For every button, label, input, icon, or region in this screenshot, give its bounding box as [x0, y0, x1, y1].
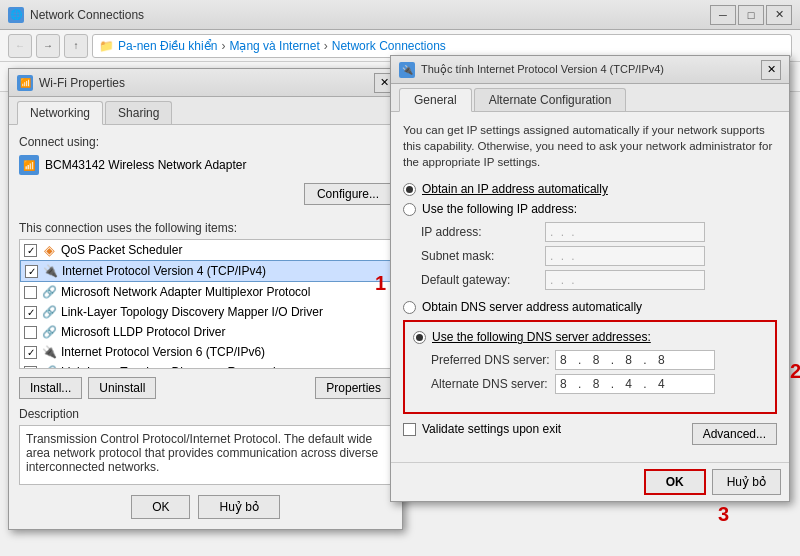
- ip-address-label: IP address:: [421, 225, 541, 239]
- checkbox-ipv4[interactable]: [25, 265, 38, 278]
- ipv6-icon: 🔌: [41, 344, 57, 360]
- ipv4-icon: 🔌: [42, 263, 58, 279]
- annotation-2: 2: [790, 360, 800, 383]
- ipv4-ok-cancel-row: OK Huỷ bỏ: [391, 462, 789, 501]
- checkbox-topology-mapper[interactable]: [24, 306, 37, 319]
- list-item[interactable]: 🔗 Link-Layer Topology Discovery Mapper I…: [20, 302, 391, 322]
- items-list: ◈ QoS Packet Scheduler 🔌 Internet Protoc…: [19, 239, 392, 369]
- main-window: 🌐 Network Connections ─ □ ✕ ← → ↑ 📁 Pa-n…: [0, 0, 800, 556]
- list-item[interactable]: 🔗 Microsoft Network Adapter Multiplexor …: [20, 282, 391, 302]
- ipv4-cancel-button[interactable]: Huỷ bỏ: [712, 469, 781, 495]
- back-button[interactable]: ←: [8, 34, 32, 58]
- validate-checkbox[interactable]: [403, 423, 416, 436]
- wifi-dialog-icon: 📶: [17, 75, 33, 91]
- configure-button[interactable]: Configure...: [304, 183, 392, 205]
- topology-mapper-label: Link-Layer Topology Discovery Mapper I/O…: [61, 305, 323, 319]
- list-item[interactable]: 🔌 Internet Protocol Version 6 (TCP/IPv6): [20, 342, 391, 362]
- ipv4-label: Internet Protocol Version 4 (TCP/IPv4): [62, 264, 266, 278]
- ipv4-dialog-icon: 🔌: [399, 62, 415, 78]
- description-text: Transmission Control Protocol/Internet P…: [19, 425, 392, 485]
- ipv4-ok-button[interactable]: OK: [644, 469, 706, 495]
- auto-ip-radio[interactable]: [403, 183, 416, 196]
- alternate-dns-input[interactable]: 8 . 8 . 4 . 4: [555, 374, 715, 394]
- validate-row: Validate settings upon exit: [403, 422, 561, 436]
- up-button[interactable]: ↑: [64, 34, 88, 58]
- close-button[interactable]: ✕: [766, 5, 792, 25]
- install-button[interactable]: Install...: [19, 377, 82, 399]
- wifi-dialog-title-bar: 📶 Wi-Fi Properties ✕: [9, 69, 402, 97]
- window-title: Network Connections: [30, 8, 710, 22]
- lldp-label: Microsoft LLDP Protocol Driver: [61, 325, 226, 339]
- breadcrumb-part3[interactable]: Network Connections: [332, 39, 446, 53]
- topology-responder-icon: 🔗: [41, 364, 57, 369]
- subnet-mask-input[interactable]: . . .: [545, 246, 705, 266]
- dns-fields: Preferred DNS server: 8 . 8 . 8 . 8 Alte…: [431, 350, 767, 394]
- ipv4-tabs: General Alternate Configuration: [391, 84, 789, 112]
- preferred-dns-input[interactable]: 8 . 8 . 8 . 8: [555, 350, 715, 370]
- minimize-button[interactable]: ─: [710, 5, 736, 25]
- ip-fields: IP address: . . . Subnet mask: . . . Def…: [421, 222, 777, 290]
- checkbox-qos[interactable]: [24, 244, 37, 257]
- install-row: Install... Uninstall Properties: [19, 377, 392, 399]
- default-gateway-input[interactable]: . . .: [545, 270, 705, 290]
- ip-address-input[interactable]: . . .: [545, 222, 705, 242]
- advanced-button[interactable]: Advanced...: [692, 423, 777, 445]
- wifi-dialog-content: Connect using: 📶 BCM43142 Wireless Netwo…: [9, 125, 402, 529]
- checkbox-ipv6[interactable]: [24, 346, 37, 359]
- connect-using-label: Connect using:: [19, 135, 392, 149]
- manual-ip-row: Use the following IP address:: [403, 202, 777, 216]
- list-item[interactable]: 🔗 Link-Layer Topology Discovery Responde…: [20, 362, 391, 369]
- manual-dns-row: Use the following DNS server addresses:: [413, 330, 767, 344]
- breadcrumb: 📁 Pa-nen Điều khiển › Mạng và Internet ›…: [92, 34, 792, 58]
- validate-label: Validate settings upon exit: [422, 422, 561, 436]
- maximize-button[interactable]: □: [738, 5, 764, 25]
- breadcrumb-part1[interactable]: Pa-nen Điều khiển: [118, 39, 217, 53]
- auto-ip-label[interactable]: Obtain an IP address automatically: [422, 182, 608, 196]
- auto-ip-row: Obtain an IP address automatically: [403, 182, 777, 196]
- wifi-ok-cancel-row: OK Huỷ bỏ: [19, 495, 392, 519]
- wifi-ok-button[interactable]: OK: [131, 495, 190, 519]
- default-gateway-row: Default gateway: . . .: [421, 270, 777, 290]
- list-item-ipv4[interactable]: 🔌 Internet Protocol Version 4 (TCP/IPv4): [20, 260, 391, 282]
- list-item[interactable]: 🔗 Microsoft LLDP Protocol Driver: [20, 322, 391, 342]
- adapter-name: BCM43142 Wireless Network Adapter: [45, 158, 246, 172]
- description-label: Description: [19, 407, 392, 421]
- auto-dns-row: Obtain DNS server address automatically: [403, 300, 777, 314]
- properties-button[interactable]: Properties: [315, 377, 392, 399]
- ipv4-dialog-title-text: Thuộc tính Internet Protocol Version 4 (…: [421, 63, 664, 76]
- manual-ip-radio[interactable]: [403, 203, 416, 216]
- ipv4-properties-dialog: 🔌 Thuộc tính Internet Protocol Version 4…: [390, 55, 790, 502]
- uninstall-button[interactable]: Uninstall: [88, 377, 156, 399]
- checkbox-multiplexor[interactable]: [24, 286, 37, 299]
- ipv4-content: You can get IP settings assigned automat…: [391, 112, 789, 462]
- manual-dns-label[interactable]: Use the following DNS server addresses:: [432, 330, 651, 344]
- title-bar-controls: ─ □ ✕: [710, 5, 792, 25]
- alternate-dns-row: Alternate DNS server: 8 . 8 . 4 . 4: [431, 374, 767, 394]
- checkbox-topology-responder[interactable]: [24, 366, 37, 370]
- wifi-tabs: Networking Sharing: [9, 97, 402, 125]
- breadcrumb-part2[interactable]: Mạng và Internet: [229, 39, 319, 53]
- ipv4-tab-general[interactable]: General: [399, 88, 472, 112]
- list-item[interactable]: ◈ QoS Packet Scheduler: [20, 240, 391, 260]
- ip-address-row: IP address: . . .: [421, 222, 777, 242]
- checkbox-lldp[interactable]: [24, 326, 37, 339]
- auto-dns-label[interactable]: Obtain DNS server address automatically: [422, 300, 642, 314]
- wifi-cancel-button[interactable]: Huỷ bỏ: [198, 495, 279, 519]
- forward-button[interactable]: →: [36, 34, 60, 58]
- subnet-mask-label: Subnet mask:: [421, 249, 541, 263]
- topology-responder-label: Link-Layer Topology Discovery Responder: [61, 365, 286, 369]
- manual-dns-radio[interactable]: [413, 331, 426, 344]
- ipv4-tab-alternate[interactable]: Alternate Configuration: [474, 88, 627, 111]
- tab-networking[interactable]: Networking: [17, 101, 103, 125]
- ipv4-dialog-close-button[interactable]: ✕: [761, 60, 781, 80]
- manual-ip-label[interactable]: Use the following IP address:: [422, 202, 577, 216]
- tab-sharing[interactable]: Sharing: [105, 101, 172, 124]
- multiplexor-icon: 🔗: [41, 284, 57, 300]
- ipv4-description: You can get IP settings assigned automat…: [403, 122, 777, 170]
- lldp-icon: 🔗: [41, 324, 57, 340]
- adapter-box: 📶 BCM43142 Wireless Network Adapter: [19, 155, 392, 175]
- subnet-mask-row: Subnet mask: . . .: [421, 246, 777, 266]
- qos-label: QoS Packet Scheduler: [61, 243, 182, 257]
- alternate-dns-label: Alternate DNS server:: [431, 377, 551, 391]
- auto-dns-radio[interactable]: [403, 301, 416, 314]
